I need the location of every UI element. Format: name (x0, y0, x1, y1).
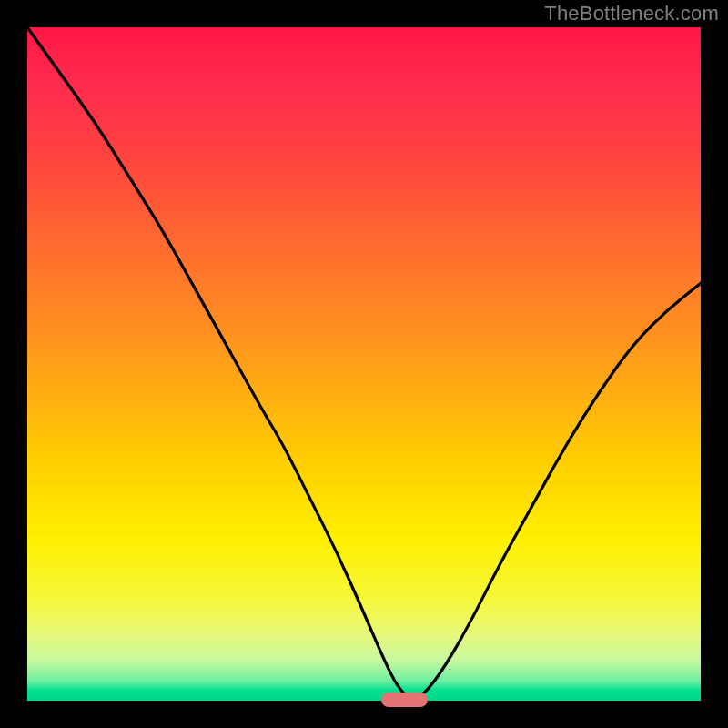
plot-area (27, 27, 701, 701)
chart-frame: TheBottleneck.com (0, 0, 728, 728)
minimum-marker (381, 693, 429, 707)
bottleneck-curve (27, 27, 701, 701)
watermark-text: TheBottleneck.com (544, 2, 719, 25)
